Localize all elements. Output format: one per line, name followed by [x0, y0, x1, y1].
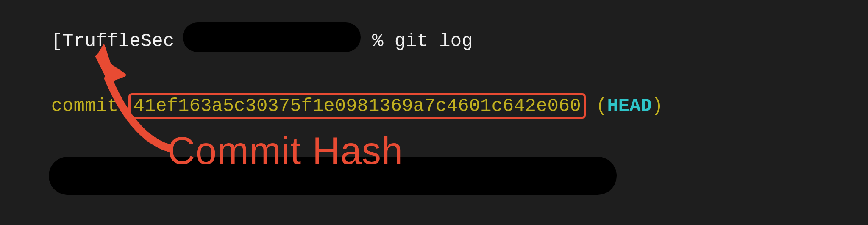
annotation-label: Commit Hash [167, 129, 403, 173]
redaction-block-1 [183, 22, 361, 52]
prompt-bracket: [ [51, 30, 62, 51]
ref-paren-open: ( [596, 95, 607, 117]
prompt-line: [TruffleSec % git log [6, 8, 868, 73]
commit-label: commit [51, 95, 118, 117]
ref-paren-close: ) [652, 95, 663, 117]
prompt-symbol: % [372, 30, 383, 51]
command-text: git log [395, 30, 473, 51]
hash-highlight-box: 41ef163a5c30375f1e0981369a7c4601c642e060 [128, 93, 585, 119]
commit-hash: 41ef163a5c30375f1e0981369a7c4601c642e060 [133, 95, 581, 117]
head-ref: HEAD [607, 95, 652, 117]
commit-line: commit 41ef163a5c30375f1e0981369a7c4601c… [6, 73, 868, 139]
prompt-host: TruffleSec [62, 30, 174, 51]
date-line: Date: Wed Jul 17 14:22:01 2024 -0400 [6, 203, 868, 225]
